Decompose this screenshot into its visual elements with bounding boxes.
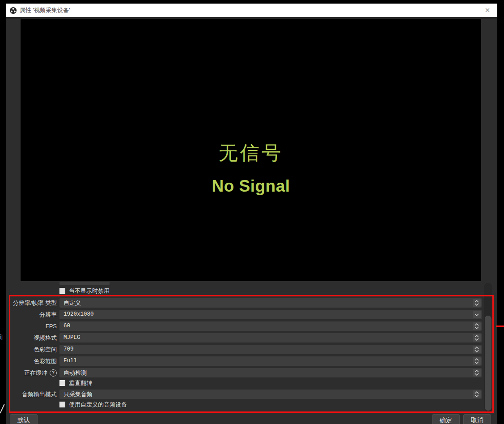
video-format-value: MJPEG <box>59 333 482 343</box>
resolution-label: 分辨率 <box>9 310 57 319</box>
no-signal-text-zh: 无信号 <box>21 140 481 166</box>
color-space-spinner[interactable] <box>473 346 481 353</box>
background-diagonal-line-fragment <box>0 404 5 414</box>
buffering-spinner[interactable] <box>473 369 481 377</box>
color-range-value: Full <box>59 356 482 366</box>
spinner-down-icon[interactable] <box>474 373 479 376</box>
video-format-spinner[interactable] <box>473 334 481 342</box>
fps-value: 60 <box>59 321 482 331</box>
video-preview-area: 无信号 No Signal <box>21 19 481 281</box>
color-range-spinner[interactable] <box>473 357 481 365</box>
buffering-select[interactable]: 自动检测 <box>59 368 482 377</box>
chevron-down-icon[interactable] <box>474 313 479 316</box>
spinner-down-icon[interactable] <box>474 303 479 306</box>
spinner-up-icon[interactable] <box>474 300 479 303</box>
spinner-up-icon[interactable] <box>474 391 479 394</box>
checkbox-custom-audio-device-label: 使用自定义的音频设备 <box>69 401 127 408</box>
fps-label: FPS <box>9 321 57 331</box>
checkbox-disable-when-hidden[interactable] <box>59 288 65 294</box>
spinner-up-icon[interactable] <box>474 335 479 338</box>
audio-output-mode-value: 只采集音频 <box>59 390 482 399</box>
resolution-fps-type-value: 自定义 <box>59 298 482 308</box>
audio-output-mode-spinner[interactable] <box>473 390 481 398</box>
dialog-titlebar: 属性 '视频采集设备' ✕ <box>6 4 497 17</box>
color-range-label: 色彩范围 <box>9 356 57 366</box>
color-space-select[interactable]: 709 <box>59 345 482 354</box>
checkbox-vertical-flip-label: 垂直翻转 <box>69 380 92 386</box>
obs-logo-icon <box>10 7 17 14</box>
resolution-value: 1920x1080 <box>59 310 482 319</box>
spinner-down-icon[interactable] <box>474 350 479 352</box>
spinner-down-icon[interactable] <box>474 326 479 329</box>
spinner-up-icon[interactable] <box>474 347 479 349</box>
resolution-fps-type-spinner[interactable] <box>473 299 481 307</box>
audio-output-mode-select[interactable]: 只采集音频 <box>59 390 482 399</box>
window-title: 属性 '视频采集设备' <box>20 6 70 14</box>
background-partial-text: 前 <box>0 333 4 342</box>
help-icon[interactable]: ? <box>50 369 57 377</box>
spinner-up-icon[interactable] <box>474 370 479 373</box>
checkbox-vertical-flip[interactable] <box>59 380 65 386</box>
buffering-label: 正在缓冲 <box>9 368 47 377</box>
spinner-up-icon[interactable] <box>474 358 479 361</box>
checkbox-custom-audio-device[interactable] <box>59 402 65 407</box>
fps-select[interactable]: 60 <box>59 321 482 331</box>
screenshot-root: { "window": { "title": "属性 '视频采集设备'", "c… <box>0 0 504 424</box>
fps-spinner[interactable] <box>473 322 481 330</box>
resolution-dropdown[interactable] <box>473 311 481 318</box>
annotation-fragment-line <box>496 325 504 327</box>
checkbox-disable-when-hidden-label: 当不显示时禁用 <box>69 287 110 294</box>
resolution-fps-type-label: 分辨率/帧率 类型 <box>9 298 57 308</box>
color-space-value: 709 <box>59 345 482 354</box>
clipped-combo-box[interactable] <box>59 282 110 285</box>
video-format-select[interactable]: MJPEG <box>59 333 482 343</box>
audio-output-mode-label: 音频输出模式 <box>9 390 57 399</box>
color-space-label: 色彩空间 <box>9 345 57 354</box>
close-icon[interactable]: ✕ <box>483 6 492 15</box>
video-format-label: 视频格式 <box>9 333 57 343</box>
spinner-down-icon[interactable] <box>474 394 479 397</box>
spinner-down-icon[interactable] <box>474 338 479 341</box>
scrollbar-thumb[interactable] <box>485 316 491 411</box>
ok-button[interactable]: 确定 <box>432 414 460 424</box>
color-range-select[interactable]: Full <box>59 356 482 366</box>
resolution-select[interactable]: 1920x1080 <box>59 310 482 319</box>
resolution-fps-type-select[interactable]: 自定义 <box>59 298 482 308</box>
no-signal-text-en: No Signal <box>21 177 481 196</box>
cancel-button[interactable]: 取消 <box>463 414 491 424</box>
spinner-up-icon[interactable] <box>474 323 479 326</box>
buffering-value: 自动检测 <box>59 368 482 377</box>
spinner-down-icon[interactable] <box>474 361 479 364</box>
default-button[interactable]: 默认 <box>10 414 38 424</box>
